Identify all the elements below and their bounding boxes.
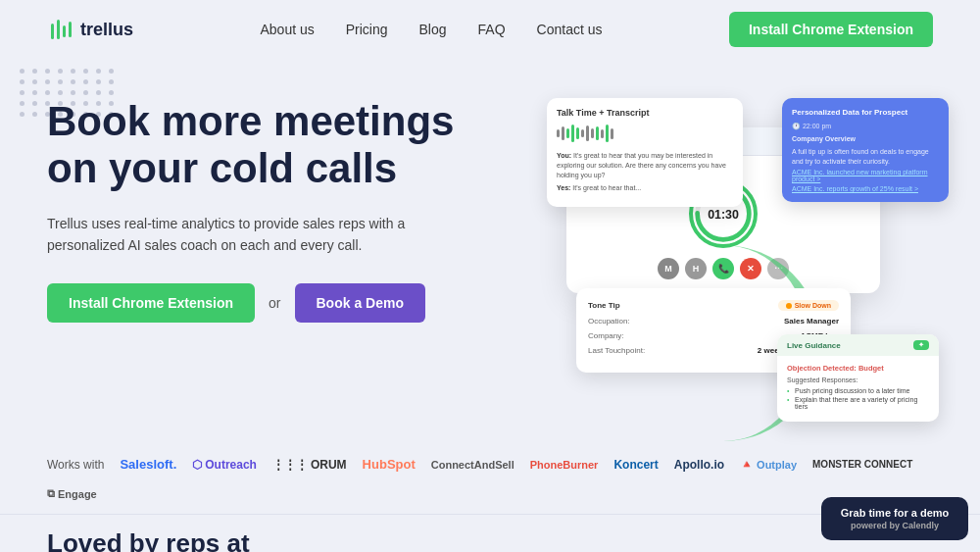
wave-bar xyxy=(557,129,560,137)
logo-text: trellus xyxy=(80,20,133,40)
objection-label: Objection Detected: Budget xyxy=(787,364,929,373)
dialer-ui: Talk Time + Transcript You: xyxy=(547,78,919,412)
tone-tip-label: Tone Tip xyxy=(588,301,620,310)
svg-rect-0 xyxy=(51,24,54,39)
occupation-value: Sales Manager xyxy=(784,317,839,326)
personalized-title: Personalized Data for Prospect xyxy=(792,108,939,117)
navbar: trellus About us Pricing Blog FAQ Contac… xyxy=(0,0,980,59)
suggestion-2: Explain that there are a variety of pric… xyxy=(787,396,929,410)
wave-bar xyxy=(606,125,609,142)
calendly-sub: powered by Calendly xyxy=(837,521,953,530)
logo-icon xyxy=(47,16,74,43)
wave-bar xyxy=(562,126,564,140)
nav-blog[interactable]: Blog xyxy=(419,22,447,37)
hero-subtitle: Trellus uses real-time analytics to prov… xyxy=(47,213,419,257)
loved-title: Loved by reps at xyxy=(47,528,933,552)
partner-apollo: Apollo.io xyxy=(674,458,724,472)
partners-label: Works with xyxy=(47,458,104,472)
company-link2[interactable]: ACME Inc. reports growth of 25% result > xyxy=(792,185,939,192)
company-overview-title: Company Overview xyxy=(792,134,939,144)
nav-contact[interactable]: Contact us xyxy=(537,22,603,37)
transcript-you: You: It's great to hear that you may be … xyxy=(557,151,733,179)
hero-illustration: Talk Time + Transcript You: xyxy=(517,88,933,441)
install-button[interactable]: Install Chrome Extension xyxy=(47,283,255,323)
wave-bar xyxy=(601,129,604,138)
touchpoint-label: Last Touchpoint: xyxy=(588,346,645,355)
transcript-title: Talk Time + Transcript xyxy=(557,108,733,118)
partner-salesloft: Salesloft. xyxy=(120,457,176,472)
hero-title: Book more meetings on your cold calls xyxy=(47,98,517,193)
demo-button[interactable]: Book a Demo xyxy=(295,283,425,323)
occupation-label: Occupation: xyxy=(588,317,630,326)
partner-orum: ⋮⋮⋮ ORUM xyxy=(272,458,347,472)
partner-outplay: 🔺 Outplay xyxy=(740,458,797,471)
wave-bar xyxy=(576,127,579,139)
transcript-card: Talk Time + Transcript You: xyxy=(547,98,743,207)
tone-badge: Slow Down xyxy=(778,300,839,311)
partner-koncert: Koncert xyxy=(613,458,658,472)
hero-buttons: Install Chrome Extension or Book a Demo xyxy=(47,283,517,323)
company-overview-text: A full tip up is often found on deals to… xyxy=(792,147,939,167)
hero-content: Book more meetings on your cold calls Tr… xyxy=(47,88,517,441)
mute-button[interactable]: M xyxy=(658,258,679,279)
wave-bar xyxy=(566,128,569,138)
waveform xyxy=(557,124,733,143)
nav-about[interactable]: About us xyxy=(260,22,314,37)
hero-section: // dots rendered inline below Book more … xyxy=(0,59,980,441)
tone-dot xyxy=(786,303,792,309)
partner-outreach: ⬡ Outreach xyxy=(192,458,257,472)
tone-tip-row: Tone Tip Slow Down xyxy=(588,300,839,311)
nav-links: About us Pricing Blog FAQ Contact us xyxy=(260,22,602,37)
suggested-label: Suggested Responses: xyxy=(787,376,929,383)
calendly-label: Grab time for a demo xyxy=(837,507,953,519)
svg-text:01:30: 01:30 xyxy=(708,208,739,222)
nav-pricing[interactable]: Pricing xyxy=(346,22,388,37)
nav-install-button[interactable]: Install Chrome Extension xyxy=(729,12,933,47)
company-link1[interactable]: ACME Inc. launched new marketing platfor… xyxy=(792,169,939,182)
wave-bar xyxy=(611,128,613,139)
partner-phoneburner: PhoneBurner xyxy=(530,459,599,471)
svg-rect-3 xyxy=(69,22,72,37)
wave-bar xyxy=(571,125,574,142)
occupation-row: Occupation: Sales Manager xyxy=(588,317,839,326)
partner-hubspot: HubSpot xyxy=(363,457,416,472)
transcript-prospect: Yes: It's great to hear that... xyxy=(557,183,733,193)
you-text: It's great to hear that you may be inter… xyxy=(557,152,726,178)
wave-bar xyxy=(596,126,599,140)
guidance-badge: ✦ xyxy=(913,340,929,350)
company-label: Company: xyxy=(588,331,623,340)
svg-rect-1 xyxy=(57,20,60,39)
partner-connectandsell: ConnectAndSell xyxy=(431,459,514,471)
wave-bar xyxy=(591,128,594,138)
prospect-card: Personalized Data for Prospect 🕐 22:00 p… xyxy=(782,98,949,202)
partner-monsterconnect: MONSTER CONNECT xyxy=(812,459,912,470)
or-text: or xyxy=(269,295,280,311)
wave-bar xyxy=(581,129,584,137)
nav-faq[interactable]: FAQ xyxy=(478,22,506,37)
calendly-cta[interactable]: Grab time for a demo powered by Calendly xyxy=(821,497,968,540)
logo[interactable]: trellus xyxy=(47,16,133,43)
guidance-header: Live Guidance ✦ xyxy=(777,334,939,356)
wave-bar xyxy=(586,125,589,141)
prospect-reply: It's great to hear that... xyxy=(572,184,641,191)
svg-rect-2 xyxy=(63,25,66,37)
guidance-card: Live Guidance ✦ Objection Detected: Budg… xyxy=(777,334,939,422)
suggestion-1: Push pricing discussion to a later time xyxy=(787,387,929,394)
partner-engage: ⧉ Engage xyxy=(47,487,97,500)
